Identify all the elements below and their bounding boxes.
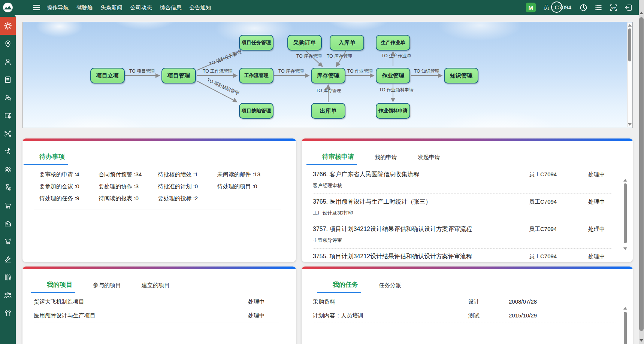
list-icon: [594, 3, 603, 12]
scroll-down-icon[interactable]: [628, 123, 632, 126]
logout-button[interactable]: [624, 3, 633, 12]
scroll-up-icon[interactable]: [628, 24, 632, 27]
projects-tab-0[interactable]: 我的项目: [47, 280, 72, 289]
todo-item[interactable]: 待处理的项目 :0: [217, 183, 273, 190]
flow-node-defect[interactable]: 项目缺陷管理: [239, 103, 273, 119]
scroll-thumb[interactable]: [624, 312, 627, 344]
project-row[interactable]: 货运大飞机制造项目处理中: [34, 295, 279, 309]
scroll-down-icon[interactable]: [640, 339, 643, 342]
todo-item[interactable]: 待阅读的报表 :0: [99, 195, 155, 202]
flow-node-outbound[interactable]: 出库单: [311, 103, 345, 119]
scroll-thumb[interactable]: [639, 17, 644, 331]
sidebar-item-user[interactable]: [0, 53, 16, 71]
flow-edge-label: TO 项目管理: [129, 69, 155, 74]
nav-item[interactable]: 操作导航: [47, 4, 69, 11]
sidebar-item-team[interactable]: [0, 286, 16, 304]
card-accent-bar: [302, 138, 633, 141]
approvals-scrollbar[interactable]: [623, 179, 628, 250]
flow-edge-label: TO 项目任务管理: [208, 49, 242, 67]
tasks-tab-0[interactable]: 我的任务: [333, 280, 358, 289]
app-logo[interactable]: [0, 0, 16, 15]
sidebar-item-document[interactable]: [0, 71, 16, 89]
sidebar-item-users[interactable]: [0, 161, 16, 179]
app-icon: APP: [609, 3, 618, 12]
flow-node-material_req[interactable]: 作业领料申请: [376, 103, 410, 119]
projects-tab-2[interactable]: 建立的项目: [142, 282, 170, 289]
sidebar-item-task-check[interactable]: [0, 107, 16, 125]
project-title: 货运大飞机制造项目: [34, 298, 84, 305]
scroll-up-icon[interactable]: [623, 179, 627, 182]
list-button[interactable]: [594, 3, 603, 12]
sidebar-item-shirt[interactable]: [0, 304, 16, 322]
todo-item[interactable]: 待批核的绩效 :1: [158, 171, 214, 178]
flow-node-knowledge[interactable]: 知识管理: [444, 68, 478, 83]
nav-item[interactable]: 驾驶舱: [76, 4, 93, 11]
nav-item[interactable]: 综合信息: [160, 4, 182, 11]
approval-user: 员工C7094: [529, 171, 557, 178]
todo-item[interactable]: 要处理的投标 :2: [158, 195, 214, 202]
todo-item[interactable]: 要参加的会议 :0: [39, 183, 96, 190]
flow-node-proj_mgmt[interactable]: 项目管理: [161, 68, 196, 83]
sidebar-item-activity[interactable]: [0, 143, 16, 161]
scroll-down-icon[interactable]: [623, 247, 627, 250]
task-title: 计划内容：人员培训: [313, 312, 363, 319]
flow-node-prod_order[interactable]: 生产作业单: [376, 35, 410, 51]
scroll-up-icon[interactable]: [640, 12, 643, 14]
pie-chart-button[interactable]: [579, 3, 588, 12]
sidebar-item-cart[interactable]: [0, 197, 16, 214]
flow-node-task_mgmt[interactable]: 项目任务管理: [239, 35, 273, 51]
project-title: 医用颅骨设计与生产项目: [34, 312, 96, 319]
status-badge[interactable]: M: [526, 3, 536, 12]
sidebar-item-library[interactable]: [0, 268, 16, 286]
approval-row[interactable]: 3755. 项目计划34212设计结果评估和确认设计方案评审流程主管领导评审员工…: [313, 249, 612, 262]
todo-item[interactable]: 待批准的计划 :0: [158, 183, 214, 190]
approval-row[interactable]: 3757. 项目计划34212设计结果评估和确认设计方案评审流程主管领导评审员工…: [313, 221, 612, 249]
approvals-tab-1[interactable]: 我的申请: [375, 154, 397, 161]
flowchart-scrollbar[interactable]: [627, 22, 632, 127]
approvals-tab-0[interactable]: 待审核申请: [322, 152, 354, 161]
todo-item[interactable]: 待处理的任务 :9: [39, 195, 96, 202]
sidebar-item-location-pin[interactable]: [0, 35, 16, 53]
nav-item[interactable]: 公告通知: [190, 4, 211, 11]
shirt-icon: [4, 309, 12, 317]
tab-todo[interactable]: 待办事项: [39, 152, 65, 161]
flow-node-proj_init[interactable]: 项目立项: [90, 68, 125, 83]
tasks-scrollbar[interactable]: [623, 307, 628, 341]
nav-item[interactable]: 头条新闻: [101, 4, 123, 11]
todo-item[interactable]: 要处理的协作 :3: [99, 183, 155, 190]
flow-node-inbound[interactable]: 入库单: [330, 35, 364, 51]
flow-node-purchase[interactable]: 采购订单: [287, 35, 322, 51]
user-name[interactable]: 员工C7094: [542, 4, 573, 11]
scroll-up-icon[interactable]: [623, 307, 627, 310]
sidebar-item-network[interactable]: [0, 125, 16, 143]
sidebar-item-procurement-cart[interactable]: [0, 232, 16, 250]
menu-toggle-icon[interactable]: [33, 5, 40, 10]
nav-item[interactable]: 公司动态: [130, 4, 152, 11]
project-row[interactable]: 医用颅骨设计与生产项目处理中: [34, 309, 279, 323]
scroll-thumb[interactable]: [624, 183, 627, 243]
sidebar-item-user-search[interactable]: [0, 89, 16, 107]
approval-row[interactable]: 3765. 医用颅骨设计与生产工时统计（张三）工厂设计及3D打印员工C7094处…: [313, 194, 612, 221]
scroll-thumb[interactable]: [628, 28, 631, 61]
approval-user: 员工C7094: [529, 253, 557, 260]
sidebar-item-tools[interactable]: [0, 250, 16, 268]
user-name-label: 员工C7094: [544, 4, 571, 10]
page-scrollbar[interactable]: [639, 0, 644, 344]
task-row[interactable]: 采购备料设计2008/07/28: [313, 295, 616, 309]
flow-node-workflow[interactable]: 工作流管理: [239, 68, 273, 83]
task-row[interactable]: 计划内容：人员培训测试2015/10/29: [313, 309, 616, 323]
todo-item[interactable]: 要审核的申请 :4: [39, 171, 96, 178]
svg-text:APP: APP: [611, 6, 616, 9]
flow-node-operation[interactable]: 作业管理: [376, 68, 410, 83]
sidebar-item-finance-hourglass[interactable]: $: [0, 179, 16, 197]
todo-item[interactable]: 合同预付预警 :34: [99, 171, 155, 178]
approvals-tab-2[interactable]: 发起申请: [418, 154, 440, 161]
projects-tab-1[interactable]: 参与的项目: [93, 282, 121, 289]
todo-item[interactable]: 未阅读的邮件 :13: [217, 171, 273, 178]
sidebar-item-warehouse[interactable]: [0, 214, 16, 232]
approval-row[interactable]: 3766. 客户广东省人民医院信息收集流程客户经理审核员工C7094处理中: [313, 167, 612, 194]
tasks-tab-1[interactable]: 任务分派: [379, 282, 401, 289]
app-button[interactable]: APP: [609, 3, 618, 12]
sidebar-item-gear[interactable]: [0, 17, 16, 35]
flow-node-inventory[interactable]: 库存管理: [311, 68, 345, 83]
